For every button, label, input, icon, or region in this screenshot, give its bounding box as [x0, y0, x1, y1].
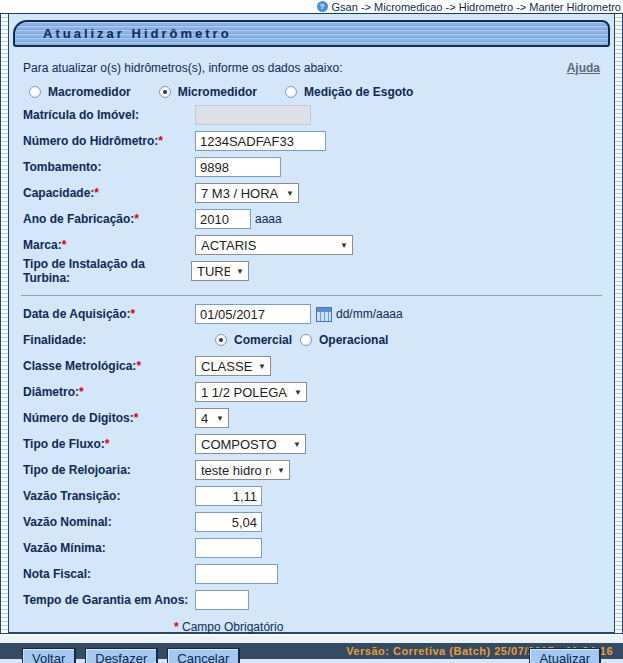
row-numero-digitos: Número de Digitos:* 4 ▼	[9, 408, 614, 428]
tipo-fluxo-select[interactable]: COMPOSTO ▼	[195, 434, 306, 454]
selected-value: 1 1/2 POLEGADA	[201, 385, 288, 400]
row-matricula: Matrícula do Imóvel:	[9, 105, 614, 125]
row-numero-hidrometro: Número do Hidrômetro:*	[9, 131, 614, 151]
field-label: Data de Aquisição:*	[23, 307, 195, 321]
selected-value: TURB1	[197, 264, 230, 279]
radio-icon-checked[interactable]	[215, 334, 227, 346]
field-label: Diâmetro:*	[23, 385, 195, 399]
format-hint: aaaa	[255, 212, 282, 226]
marca-select[interactable]: ACTARIS ▼	[195, 235, 353, 255]
row-tempo-garantia: Tempo de Garantia em Anos:	[9, 590, 614, 610]
chevron-down-icon: ▼	[286, 189, 294, 198]
field-label: Tipo de Instalação da Turbina:	[23, 257, 191, 285]
tombamento-input[interactable]	[195, 157, 281, 177]
radio-comercial[interactable]: Comercial	[215, 333, 292, 347]
vazao-transicao-input[interactable]	[195, 486, 262, 506]
row-classe-metrologica: Classe Metrológica:* CLASSE B ▼	[9, 356, 614, 376]
breadcrumb[interactable]: Gsan -> Micromedicao -> Hidrometro -> Ma…	[332, 1, 621, 13]
desfazer-button[interactable]: Desfazer	[85, 648, 158, 663]
field-label: Tempo de Garantia em Anos:	[23, 593, 195, 607]
radio-operacional[interactable]: Operacional	[300, 333, 388, 347]
row-diametro: Diâmetro:* 1 1/2 POLEGADA ▼	[9, 382, 614, 402]
field-label: Tipo de Relojoaria:	[23, 463, 195, 477]
selected-value: teste hidro relo	[201, 463, 271, 478]
vazao-nominal-input[interactable]	[195, 512, 262, 532]
numero-hidrometro-input[interactable]	[195, 131, 326, 151]
ano-fabricacao-input[interactable]	[195, 209, 251, 229]
meter-type-group: Macromedidor Micromedidor Medição de Esg…	[9, 85, 614, 99]
capacidade-select[interactable]: 7 M3 / HORA ▼	[195, 183, 299, 203]
matricula-input	[195, 105, 311, 125]
nota-fiscal-input[interactable]	[195, 564, 278, 584]
calendar-icon[interactable]	[316, 307, 332, 322]
radio-label: Comercial	[234, 333, 292, 347]
row-nota-fiscal: Nota Fiscal:	[9, 564, 614, 584]
row-vazao-minima: Vazão Mínima:	[9, 538, 614, 558]
page-title: Atualizar Hidrômetro	[43, 26, 232, 41]
field-label: Finalidade:	[23, 333, 195, 347]
row-vazao-nominal: Vazão Nominal:	[9, 512, 614, 532]
field-label: Capacidade:*	[23, 186, 195, 200]
page-title-bar: Atualizar Hidrômetro	[13, 20, 610, 47]
row-tipo-fluxo: Tipo de Fluxo:* COMPOSTO ▼	[9, 434, 614, 454]
selected-value: CLASSE B	[201, 359, 252, 374]
selected-value: 4	[201, 411, 208, 426]
radio-icon[interactable]	[285, 86, 297, 98]
format-hint: dd/mm/aaaa	[336, 307, 403, 321]
row-vazao-transicao: Vazão Transição:	[9, 486, 614, 506]
radio-label: Medição de Esgoto	[304, 85, 413, 99]
field-label: Número de Digitos:*	[23, 411, 195, 425]
selected-value: 7 M3 / HORA	[201, 186, 278, 201]
section-divider	[21, 295, 602, 296]
row-turbina: Tipo de Instalação da Turbina: TURB1 ▼	[9, 261, 614, 281]
selected-value: COMPOSTO	[201, 437, 277, 452]
radio-icon[interactable]	[29, 86, 41, 98]
field-label: Ano de Fabricação:*	[23, 212, 195, 226]
field-label: Matrícula do Imóvel:	[23, 108, 195, 122]
vazao-minima-input[interactable]	[195, 538, 262, 558]
tempo-garantia-input[interactable]	[195, 590, 249, 610]
selected-value: ACTARIS	[201, 238, 256, 253]
chevron-down-icon: ▼	[277, 466, 285, 475]
chevron-down-icon: ▼	[236, 267, 244, 276]
classe-metrologica-select[interactable]: CLASSE B ▼	[195, 356, 271, 376]
form-panel: Atualizar Hidrômetro Para atualizar o(s)…	[8, 14, 615, 633]
footer-spacer	[0, 634, 623, 643]
radio-icon-checked[interactable]	[159, 86, 171, 98]
diametro-select[interactable]: 1 1/2 POLEGADA ▼	[195, 382, 307, 402]
required-field-note: * Campo Obrigatório	[174, 620, 614, 634]
field-label: Marca:*	[23, 238, 195, 252]
row-finalidade: Finalidade: Comercial Operacional	[9, 330, 614, 350]
cancelar-button[interactable]: Cancelar	[167, 648, 240, 663]
numero-digitos-select[interactable]: 4 ▼	[195, 408, 229, 428]
field-label: Classe Metrológica:*	[23, 359, 195, 373]
chevron-down-icon: ▼	[293, 440, 301, 449]
turbina-select[interactable]: TURB1 ▼	[191, 261, 249, 281]
field-label: Vazão Mínima:	[23, 541, 195, 555]
tipo-relojoaria-select[interactable]: teste hidro relo ▼	[195, 460, 290, 480]
chevron-down-icon: ▼	[258, 362, 266, 371]
radio-micromedidor[interactable]: Micromedidor	[159, 85, 257, 99]
radio-medicao-esgoto[interactable]: Medição de Esgoto	[285, 85, 413, 99]
radio-label: Macromedidor	[48, 85, 131, 99]
data-aquisicao-input[interactable]	[195, 304, 311, 324]
help-link[interactable]: Ajuda	[567, 61, 600, 75]
chevron-down-icon: ▼	[216, 414, 224, 423]
radio-label: Operacional	[319, 333, 388, 347]
row-data-aquisicao: Data de Aquisição:* dd/mm/aaaa	[9, 304, 614, 324]
row-tombamento: Tombamento:	[9, 157, 614, 177]
voltar-button[interactable]: Voltar	[22, 648, 76, 663]
chevron-down-icon: ▼	[294, 388, 302, 397]
atualizar-button[interactable]: Atualizar	[529, 648, 601, 663]
field-label: Nota Fiscal:	[23, 567, 195, 581]
row-capacidade: Capacidade:* 7 M3 / HORA ▼	[9, 183, 614, 203]
field-label: Tombamento:	[23, 160, 195, 174]
help-icon: ?	[317, 1, 328, 12]
radio-macromedidor[interactable]: Macromedidor	[29, 85, 131, 99]
row-ano-fabricacao: Ano de Fabricação:* aaaa	[9, 209, 614, 229]
radio-label: Micromedidor	[178, 85, 257, 99]
field-label: Vazão Transição:	[23, 489, 195, 503]
radio-icon[interactable]	[300, 334, 312, 346]
field-label: Número do Hidrômetro:*	[23, 134, 195, 148]
intro-text: Para atualizar o(s) hidrômetros(s), info…	[23, 61, 342, 75]
